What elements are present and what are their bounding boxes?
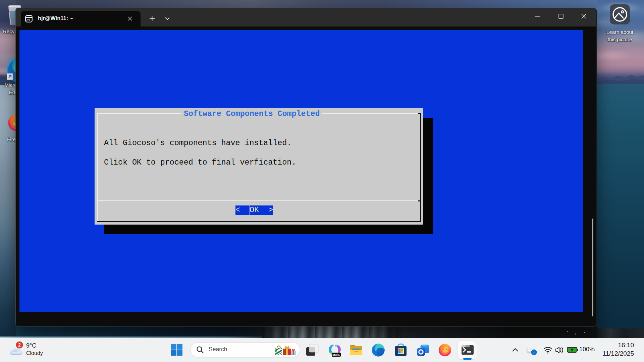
svg-text:M365: M365	[332, 353, 340, 357]
svg-text:2: 2	[18, 342, 21, 348]
svg-text:c:\: c:\	[26, 18, 30, 22]
